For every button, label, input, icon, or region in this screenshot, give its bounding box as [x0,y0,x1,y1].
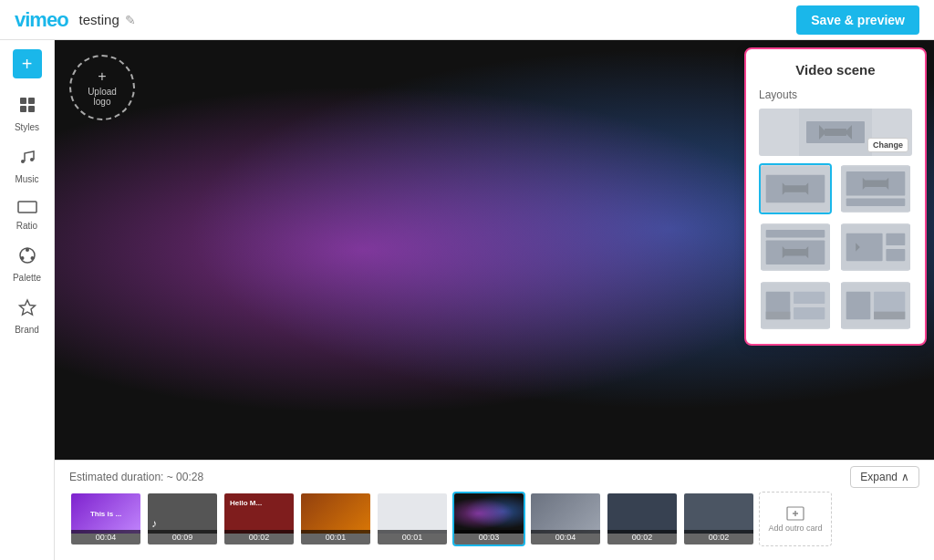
layout-item-1[interactable]: Change [759,109,912,156]
thumb9-time: 00:02 [684,530,753,544]
thumb2-time: 00:09 [148,530,217,544]
sidebar-item-ratio[interactable]: Ratio [4,193,51,236]
layout-item-5[interactable] [759,280,832,331]
svg-rect-27 [886,233,905,245]
svg-rect-6 [18,202,36,213]
layouts-top-row: Change [759,109,912,156]
duration-text: Estimated duration: ~ 00:28 [69,471,203,483]
thumbnail-1[interactable]: This is ... 00:04 [69,492,142,546]
upload-logo-button[interactable]: + Upload logo [69,55,135,120]
thumb3-time: 00:02 [224,530,294,544]
music-label: Music [15,174,38,184]
layout-thumb-4 [841,223,910,271]
add-outro-card[interactable]: Add outro card [759,492,832,546]
svg-rect-19 [846,198,906,206]
palette-icon [17,245,37,270]
layout-item-4[interactable] [839,222,912,273]
layout-thumb-3 [761,223,830,271]
add-outro-label: Add outro card [768,524,822,533]
sidebar: + Styles Music [0,40,55,560]
svg-rect-23 [766,230,825,238]
layout-thumb-5 [761,282,830,329]
svg-point-9 [30,256,34,260]
brand-icon [17,297,37,322]
svg-rect-20 [866,181,887,188]
layout-item-6[interactable] [839,280,912,331]
thumb3-title: Hello M... [228,497,264,509]
palette-label: Palette [13,273,41,283]
svg-point-8 [26,248,29,252]
svg-rect-24 [785,249,806,256]
upload-logo-line1: Upload [88,87,117,97]
expand-label: Expand [860,471,898,483]
expand-icon: ∧ [901,471,909,483]
svg-rect-32 [794,292,825,304]
panel-title: Video scene [759,62,912,78]
ratio-label: Ratio [16,221,37,231]
styles-label: Styles [15,122,39,132]
strip-header: Estimated duration: ~ 00:28 Expand ∧ [55,461,934,492]
sidebar-item-music[interactable]: Music [4,141,51,190]
thumbnail-7[interactable]: 00:04 [529,492,602,546]
layout-thumb-6 [841,282,910,329]
thumbnails-row: This is ... 00:04 ♪ 00:09 Hello M... [55,492,934,546]
layout-thumb-selected [761,165,830,213]
styles-icon [17,95,37,119]
ratio-icon [17,199,37,218]
thumbnail-8[interactable]: 00:02 [606,492,679,546]
canvas-area: + Upload logo Video scene Layouts [55,40,934,460]
sidebar-item-brand[interactable]: Brand [4,292,51,340]
svg-point-4 [21,160,25,163]
layout-item-2[interactable] [839,163,912,214]
content-area: + Upload logo Video scene Layouts [55,40,934,560]
thumb4-time: 00:01 [301,530,370,544]
thumbnail-3[interactable]: Hello M... 00:02 [223,492,296,546]
svg-point-5 [30,158,34,161]
svg-rect-33 [794,307,825,319]
svg-point-10 [20,256,24,260]
vimeo-logo: vimeo [15,8,68,32]
topbar: vimeo testing ✎ Save & preview [0,0,934,40]
title-area: testing ✎ [79,12,136,27]
svg-rect-13 [825,129,846,136]
layout-item-3[interactable] [759,222,832,273]
change-button[interactable]: Change [867,138,908,152]
thumb7-time: 00:04 [531,530,600,544]
svg-rect-37 [874,312,905,320]
brand-label: Brand [15,325,39,335]
music-icon [17,147,37,171]
layout-thumb-2 [841,165,910,213]
thumb6-time: 00:03 [454,530,524,544]
save-preview-button[interactable]: Save & preview [796,5,919,35]
layout-item-selected[interactable] [759,163,832,214]
svg-rect-1 [28,98,35,104]
thumbnail-9[interactable]: 00:02 [682,492,755,546]
layouts-grid [759,163,912,331]
bottom-strip: Estimated duration: ~ 00:28 Expand ∧ Thi… [55,460,934,560]
svg-rect-16 [785,185,806,192]
video-scene-panel: Video scene Layouts [744,47,927,346]
layouts-label: Layouts [759,88,912,101]
expand-button[interactable]: Expand ∧ [850,466,919,488]
sidebar-item-styles[interactable]: Styles [4,89,51,138]
main-layout: + Styles Music [0,40,934,560]
svg-rect-3 [28,106,35,112]
svg-rect-28 [886,249,905,261]
thumbnail-5[interactable]: 00:01 [376,492,449,546]
svg-rect-0 [20,98,26,104]
svg-rect-35 [846,292,871,319]
upload-logo-line2: logo [94,97,111,107]
edit-icon[interactable]: ✎ [125,13,136,27]
project-title: testing [79,12,119,27]
thumb5-time: 00:01 [378,530,447,544]
thumbnail-2[interactable]: ♪ 00:09 [146,492,219,546]
thumbnail-6-active[interactable]: 00:03 [452,492,525,546]
thumb8-time: 00:02 [607,530,677,544]
upload-plus-icon: + [98,68,106,85]
svg-rect-2 [20,106,26,112]
add-button[interactable]: + [13,49,42,78]
sidebar-item-palette[interactable]: Palette [4,240,51,288]
svg-rect-31 [766,312,791,320]
thumbnail-4[interactable]: 00:01 [299,492,372,546]
thumb1-title: This is ... [88,508,123,520]
